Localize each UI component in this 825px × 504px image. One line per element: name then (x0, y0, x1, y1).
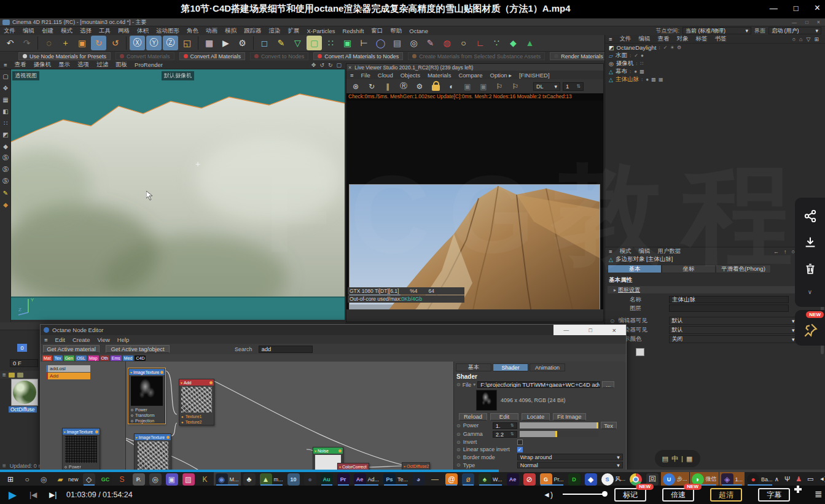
shader-tab[interactable]: Shader (493, 363, 528, 371)
om-hamburger-icon[interactable]: ≡ (605, 36, 616, 42)
share-icon[interactable] (803, 209, 817, 223)
get-active-tag-button[interactable]: Get Active tag/object (106, 345, 170, 353)
type-select[interactable]: Normal▾ (517, 462, 623, 468)
object-toggle-dots[interactable]: : (630, 69, 631, 74)
toolbar-icon[interactable] (37, 36, 38, 50)
om-menu-item[interactable]: 编辑 (635, 35, 654, 43)
render-picture-icon[interactable]: ▶ (218, 36, 233, 50)
status-hamburger-icon[interactable]: ≡ (2, 462, 6, 469)
gc-app-icon[interactable]: GC (98, 472, 114, 486)
ne-list-item[interactable]: add.osl (46, 365, 90, 372)
camera-app-icon[interactable]: ◎ (147, 472, 163, 486)
zoom-view-icon[interactable]: ↻ (328, 62, 333, 68)
y-axis-icon[interactable]: Ⓨ (146, 36, 162, 50)
ne-close-button[interactable]: × (612, 327, 616, 334)
render-settings-icon[interactable]: ⚙ (235, 36, 250, 50)
pink-app-icon[interactable]: ▨ (181, 472, 197, 486)
c4d-menu-item[interactable]: Octane (405, 28, 432, 34)
am-menu-item[interactable]: 编辑 (635, 247, 654, 255)
geforce-icon[interactable]: G Pr... (538, 472, 566, 486)
c4d-menu-item[interactable]: 扩展 (284, 27, 303, 35)
lv-menu-item[interactable]: Objects (397, 72, 424, 79)
magnet-icon[interactable]: ◆ (1, 200, 10, 209)
kernel-icon[interactable]: ⊛ (349, 81, 362, 92)
om-menu-item[interactable]: 文件 (616, 35, 635, 43)
x-axis-icon[interactable]: Ⓧ (130, 36, 145, 50)
object-toggle-dots[interactable]: : (630, 53, 631, 58)
snap-s3-icon[interactable]: Ⓢ (1, 176, 10, 186)
viewport-menu-item[interactable]: 摄像机 (30, 61, 55, 69)
c4d-menu-item[interactable]: 渲染 (265, 27, 284, 35)
c4d-menu-item[interactable]: 编辑 (19, 27, 38, 35)
viewport-canvas[interactable]: 透视视图 默认摄像机 + Y Z (11, 69, 345, 320)
player-button[interactable]: 标记 NEW (614, 488, 646, 502)
get-active-material-button[interactable]: Get Active material (43, 345, 100, 353)
lv-dl-select[interactable]: DL▾ (533, 82, 560, 91)
game-app-icon[interactable]: ◈ 1... (719, 472, 745, 486)
px-app-icon[interactable]: P. (131, 472, 147, 486)
ne-category-tab[interactable]: C4D (135, 355, 146, 361)
ne-menu-item[interactable]: Create (69, 336, 94, 343)
tray-mic-icon[interactable]: Ψ (784, 475, 790, 483)
workplane-icon[interactable]: ◧ (1, 106, 10, 116)
object-name[interactable]: 幕布 (616, 68, 627, 76)
node-imagetexture-3[interactable]: ▾ImageTexture (134, 433, 171, 471)
lv-render-canvas[interactable]: GTX 1080 Ti[DT][6.1] %4 64 Out-of-core u… (346, 101, 603, 309)
particles-icon[interactable]: ∵ (489, 36, 504, 50)
c4d-menu-item[interactable]: 体积 (133, 27, 152, 35)
ne-category-tab[interactable]: Oth (100, 355, 109, 361)
node-add[interactable]: ▾Add ●Texture1●Texture2 (179, 379, 214, 425)
invert-checkbox[interactable] (517, 440, 523, 445)
toolbar-icon[interactable] (198, 36, 198, 50)
restart-icon[interactable]: ↻ (365, 81, 378, 92)
move-icon[interactable]: + (58, 36, 73, 50)
shader-action-button[interactable]: Edit (490, 413, 518, 421)
am-hamburger-icon[interactable]: ≡ (605, 248, 616, 255)
visibility-value[interactable]: 关闭▾ (669, 335, 798, 343)
power-tex-button[interactable]: Tex (601, 422, 617, 429)
lv-close-icon[interactable]: × (348, 64, 351, 71)
lv-menu-item[interactable]: [FINISHED] (515, 72, 553, 79)
viewport-view-label[interactable]: 透视视图 (12, 71, 39, 80)
c4d-menu-item[interactable]: 选择 (76, 27, 95, 35)
next-button[interactable]: ▶| (49, 490, 57, 499)
browser-app-icon[interactable]: S 风... (600, 472, 628, 486)
lv-menu-item[interactable]: Option ▸ (487, 72, 515, 79)
c4d-menu-item[interactable]: 文件 (0, 27, 19, 35)
file-anim-dot[interactable]: ⊙ (456, 382, 461, 387)
node-space-select[interactable]: 当前 (标准/物理)▾ (682, 27, 751, 34)
pen-tool-icon[interactable]: ✎ (1, 188, 10, 198)
nav-icon[interactable]: ◆ (506, 36, 521, 50)
lock-resolution-icon[interactable] (429, 81, 442, 92)
triangle-icon[interactable]: ▲ (522, 36, 538, 50)
edge-mode-icon[interactable]: ◩ (1, 130, 10, 139)
object-name[interactable]: 水面 (616, 52, 627, 60)
object-row[interactable]: ▱ 水面 : ✓ ● (605, 52, 825, 60)
lv-menu-item[interactable]: Materials (424, 72, 455, 79)
file-path-field[interactable]: F:\project\origin TUT\WM+gaea+WC+C4D adv… (477, 381, 600, 388)
start-button[interactable]: ⊞ (2, 472, 18, 486)
render-view-icon[interactable]: ▦ (201, 36, 217, 50)
c4d-menu-item[interactable]: 帮助 (386, 27, 405, 35)
clay-mode2-icon[interactable]: ▣ (477, 81, 490, 92)
search-input[interactable] (259, 346, 313, 353)
lv-hamburger-icon[interactable]: ≡ (346, 72, 358, 79)
audition-icon[interactable]: Au (319, 472, 335, 486)
om-filter-icon[interactable]: ▽ (807, 36, 811, 42)
subdivision-icon[interactable]: ▽ (290, 36, 305, 50)
object-name[interactable]: OctaneDaylight (617, 44, 657, 51)
node-port[interactable]: ●Texture1 (179, 414, 214, 419)
visibility-value[interactable]: 默认▾ (669, 317, 798, 325)
attribute-tab[interactable]: 基本 (608, 265, 662, 273)
generator-icon[interactable]: ▢ (307, 36, 322, 50)
c4d-menu-item[interactable]: 模式 (57, 27, 76, 35)
pause-icon[interactable]: ∥ (381, 81, 394, 92)
player-button[interactable]: 字幕 (758, 488, 790, 502)
gamma-slider[interactable] (520, 431, 598, 437)
leaf-app-icon[interactable]: ♠ W... (477, 472, 504, 486)
frame-field[interactable]: 0 F (10, 359, 38, 367)
om-add-icon[interactable]: ⊞ (814, 36, 819, 42)
download-icon[interactable] (803, 236, 817, 249)
horizon-app-icon[interactable]: — (427, 472, 443, 486)
ball-preview-icon[interactable]: ◐ (445, 81, 458, 92)
